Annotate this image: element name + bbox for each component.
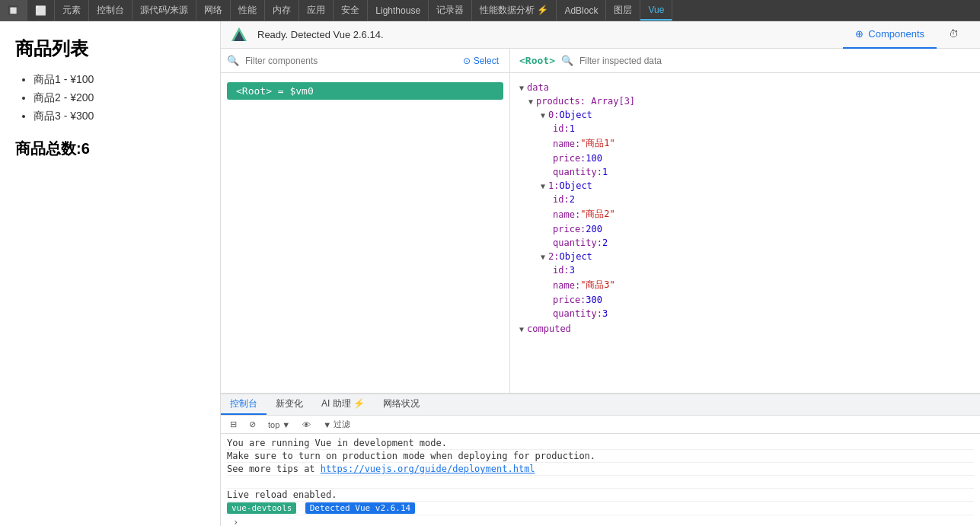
console-top-button[interactable]: top ▼ — [265, 419, 293, 430]
id-key-2: id: — [553, 265, 570, 276]
tab-console[interactable]: 控制台 — [221, 394, 267, 415]
toolbar-elements[interactable]: 元素 — [55, 0, 89, 21]
toolbar-console[interactable]: 控制台 — [89, 0, 132, 21]
select-button[interactable]: ⊙ Select — [458, 54, 503, 68]
name-value-0: "商品1" — [580, 137, 615, 150]
tab-timeline[interactable]: ⏱ — [937, 21, 971, 49]
price-value-0: 100 — [586, 153, 602, 164]
field-2-id[interactable]: id: 3 — [510, 263, 980, 277]
vue-ready-text: Ready. Detected Vue 2.6.14. — [257, 29, 834, 40]
inspector-root-label: <Root> — [519, 55, 555, 66]
list-item: 商品2 - ¥200 — [34, 91, 205, 105]
inspector-header: <Root> 🔍 — [510, 49, 980, 73]
field-1-quantity[interactable]: quantity: 2 — [510, 236, 980, 250]
filter-components-input[interactable] — [245, 56, 452, 66]
webpage-panel: 商品列表 商品1 - ¥100 商品2 - ¥200 商品3 - ¥300 商品… — [0, 21, 221, 526]
console-eye-button[interactable]: 👁 — [299, 419, 314, 430]
index-1-value: Object — [559, 180, 592, 191]
toolbar-adblock[interactable]: AdBlock — [557, 0, 606, 21]
id-key-1: id: — [553, 194, 570, 205]
root-value: = $vm0 — [278, 85, 314, 97]
computed-section-header[interactable]: ▼ computed — [510, 322, 980, 336]
total-label: 商品总数: — [15, 140, 81, 157]
console-expand-arrow[interactable]: › — [227, 515, 974, 526]
root-label: <Root> — [236, 85, 272, 97]
data-tree: ▼ data ▼ products: Array[3] ▼ 0: Ob — [510, 73, 980, 393]
cursor-icon: ⊙ — [463, 56, 471, 66]
field-0-id[interactable]: id: 1 — [510, 122, 980, 135]
toolbar-recorder[interactable]: 记录器 — [429, 0, 472, 21]
vue-detected-badge: Detected Vue v2.6.14 — [305, 502, 415, 514]
root-component-node[interactable]: <Root> = $vm0 — [227, 82, 503, 100]
id-value-0: 1 — [570, 123, 575, 134]
field-1-id[interactable]: id: 2 — [510, 193, 980, 206]
price-key-1: price: — [553, 224, 586, 234]
field-2-price[interactable]: price: 300 — [510, 293, 980, 307]
data-section-header[interactable]: ▼ data — [510, 81, 980, 94]
toolbar-sources[interactable]: 源代码/来源 — [132, 0, 196, 21]
quantity-key-1: quantity: — [553, 237, 602, 248]
console-message-3 — [227, 476, 974, 489]
search-icon-inspector: 🔍 — [561, 55, 573, 66]
tab-ai[interactable]: AI 助理 ⚡ — [312, 394, 374, 415]
console-message-1: Make sure to turn on production mode whe… — [227, 450, 974, 463]
field-2-name[interactable]: name: "商品3" — [510, 277, 980, 293]
field-0-name[interactable]: name: "商品1" — [510, 135, 980, 151]
console-filter-button[interactable]: ▼ 过滤 — [320, 418, 353, 431]
timeline-icon: ⏱ — [949, 28, 959, 40]
object-2-line[interactable]: ▼ 2: Object — [510, 250, 980, 263]
quantity-value-2: 3 — [602, 308, 608, 319]
console-content: You are running Vue in development mode.… — [221, 434, 980, 526]
product-total: 商品总数:6 — [15, 139, 205, 159]
eye-icon: 👁 — [302, 420, 311, 429]
name-key-1: name: — [553, 209, 580, 220]
toolbar-application[interactable]: 应用 — [299, 0, 334, 21]
toolbar-performance[interactable]: 性能 — [231, 0, 265, 21]
price-value-1: 200 — [586, 224, 602, 234]
tab-components[interactable]: ⊕ Components — [843, 21, 937, 49]
toolbar-layers[interactable]: 图层 — [606, 0, 640, 21]
toolbar-vue[interactable]: Vue — [640, 0, 672, 21]
toolbar-lighthouse[interactable]: Lighthouse — [368, 0, 429, 21]
quantity-value-1: 2 — [602, 237, 608, 248]
products-array-line[interactable]: ▼ products: Array[3] — [510, 94, 980, 108]
toolbar-network[interactable]: 网络 — [196, 0, 231, 21]
field-2-quantity[interactable]: quantity: 3 — [510, 307, 980, 320]
components-tab-label: Components — [868, 28, 924, 40]
console-toolbar: ⊟ ⊘ top ▼ 👁 ▼ 过滤 — [221, 416, 980, 434]
field-1-name[interactable]: name: "商品2" — [510, 206, 980, 222]
console-clear-button[interactable]: ⊟ — [227, 419, 240, 430]
field-1-price[interactable]: price: 200 — [510, 222, 980, 236]
devtools-top-toolbar: 🔲 ⬜ 元素 控制台 源代码/来源 网络 性能 内存 应用 安全 Lightho… — [0, 0, 980, 21]
toolbar-pointer[interactable]: 🔲 — [0, 0, 27, 21]
toolbar-inspect[interactable]: ⬜ — [27, 0, 55, 21]
block-icon: ⊘ — [249, 419, 256, 429]
expand-arrow-computed: ▼ — [519, 325, 524, 333]
index-0-value: Object — [559, 110, 592, 120]
toolbar-security[interactable]: 安全 — [334, 0, 368, 21]
id-value-2: 3 — [570, 265, 575, 276]
toolbar-perf-insights[interactable]: 性能数据分析 ⚡ — [472, 0, 557, 21]
inspector-filter-input[interactable] — [579, 56, 971, 66]
console-message-5: vue-devtools Detected Vue v2.6.14 — [227, 502, 974, 515]
component-tree-content: <Root> = $vm0 — [221, 73, 509, 393]
price-value-2: 300 — [586, 295, 602, 305]
object-1-line[interactable]: ▼ 1: Object — [510, 179, 980, 193]
total-value: 6 — [81, 140, 90, 157]
price-key-0: price: — [553, 153, 586, 164]
field-0-quantity[interactable]: quantity: 1 — [510, 165, 980, 179]
component-tree: 🔍 ⊙ Select <Root> = $vm0 — [221, 49, 510, 393]
top-label: top — [268, 420, 279, 429]
toolbar-memory[interactable]: 内存 — [265, 0, 299, 21]
console-message-2: See more tips at https://vuejs.org/guide… — [227, 463, 974, 476]
field-0-price[interactable]: price: 100 — [510, 151, 980, 165]
search-icon: 🔍 — [227, 55, 239, 66]
tab-changes[interactable]: 新变化 — [267, 394, 312, 415]
vue-tabs: ⊕ Components ⏱ — [843, 21, 971, 49]
object-0-line[interactable]: ▼ 0: Object — [510, 108, 980, 122]
deployment-link[interactable]: https://vuejs.org/guide/deployment.html — [321, 464, 535, 474]
data-inspector: <Root> 🔍 ▼ data ▼ products: — [510, 49, 980, 393]
console-block-button[interactable]: ⊘ — [246, 419, 259, 430]
tab-network[interactable]: 网络状况 — [374, 394, 429, 415]
devtools-panel: Ready. Detected Vue 2.6.14. ⊕ Components… — [221, 21, 980, 526]
